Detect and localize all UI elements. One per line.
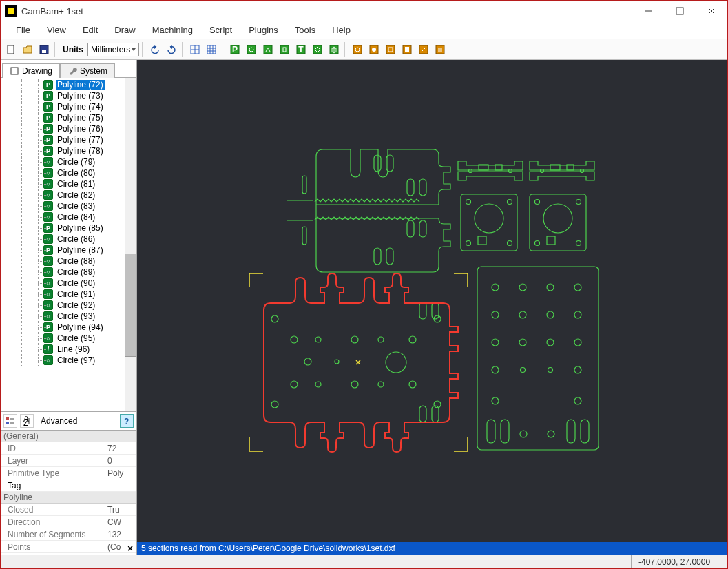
tree-item[interactable]: PPolyline (94) xyxy=(1,322,136,333)
tree-item[interactable]: ○Circle (90) xyxy=(1,278,136,289)
svg-point-74 xyxy=(543,204,572,233)
close-button[interactable] xyxy=(696,1,727,21)
prop-row[interactable]: DirectionCW xyxy=(1,516,136,528)
prop-row[interactable]: Tag xyxy=(1,479,136,492)
prop-row[interactable]: Layer0 xyxy=(1,455,136,467)
svg-rect-20 xyxy=(280,45,289,54)
prop-help-button[interactable]: ? xyxy=(120,414,134,428)
object-tree[interactable]: PPolyline (72)PPolyline (73)PPolyline (7… xyxy=(1,78,136,411)
tool-spiral-button[interactable] xyxy=(350,42,365,57)
svg-rect-56 xyxy=(302,227,306,245)
tree-item[interactable]: ○Circle (83) xyxy=(1,200,136,211)
svg-rect-10 xyxy=(207,45,216,54)
tree-item[interactable]: PPolyline (73) xyxy=(1,90,136,101)
maximize-button[interactable] xyxy=(664,1,696,21)
drawing-canvas[interactable] xyxy=(137,60,727,542)
mop-text-button[interactable]: T xyxy=(293,42,309,57)
tab-drawing[interactable]: Drawing xyxy=(2,63,60,78)
titlebar: CamBam+ 1set xyxy=(1,1,727,21)
menu-edit[interactable]: Edit xyxy=(74,25,106,35)
new-button[interactable] xyxy=(3,42,19,57)
menu-machining[interactable]: Machining xyxy=(144,25,201,35)
tree-item[interactable]: ○Circle (86) xyxy=(1,234,136,245)
tool-file-button[interactable] xyxy=(399,42,415,57)
tree-item[interactable]: PPolyline (85) xyxy=(1,223,136,234)
grid-minor-button[interactable] xyxy=(204,42,219,57)
tree-item[interactable]: ○Circle (88) xyxy=(1,256,136,267)
tree-item[interactable]: ○Circle (92) xyxy=(1,300,136,311)
grid-major-button[interactable] xyxy=(187,42,202,57)
save-button[interactable] xyxy=(37,42,52,57)
mop-profile-button[interactable]: P xyxy=(227,42,242,57)
tree-item[interactable]: ○Circle (93) xyxy=(1,311,136,322)
mop-drill-button[interactable] xyxy=(277,42,292,57)
menu-file[interactable]: File xyxy=(8,25,39,35)
menu-script[interactable]: Script xyxy=(201,25,240,35)
prop-value[interactable]: 0 xyxy=(107,456,136,466)
tool-circle-button[interactable] xyxy=(366,42,382,57)
status-close-icon[interactable]: × xyxy=(127,543,133,554)
prop-row[interactable]: ClosedTru xyxy=(1,504,136,516)
prop-row[interactable]: Primitive TypePoly xyxy=(1,467,136,479)
prop-value[interactable]: 132 xyxy=(107,530,136,539)
prop-value[interactable]: 72 xyxy=(107,444,136,453)
tree-item[interactable]: ○Circle (95) xyxy=(1,333,136,344)
mop-cube-button[interactable] xyxy=(326,42,342,57)
tree-item[interactable]: PPolyline (77) xyxy=(1,134,136,145)
prop-value[interactable]: Tru xyxy=(107,505,136,515)
menu-help[interactable]: Help xyxy=(324,25,359,35)
menu-tools[interactable]: Tools xyxy=(287,25,324,35)
tree-scrollbar[interactable] xyxy=(125,78,136,411)
tree-item[interactable]: PPolyline (87) xyxy=(1,245,136,256)
prop-value[interactable]: CW xyxy=(107,517,136,527)
menu-view[interactable]: View xyxy=(39,25,74,35)
tree-scroll-thumb[interactable] xyxy=(125,254,136,357)
open-button[interactable] xyxy=(20,42,35,57)
svg-rect-73 xyxy=(530,194,586,251)
mop-engrave-button[interactable] xyxy=(260,42,275,57)
prop-advanced-button[interactable]: Advanced xyxy=(37,414,81,428)
mop-pocket-button[interactable] xyxy=(244,42,259,57)
svg-rect-125 xyxy=(432,406,439,422)
undo-button[interactable] xyxy=(147,42,163,57)
tree-item[interactable]: PPolyline (72) xyxy=(1,79,136,90)
tree-item[interactable]: ○Circle (84) xyxy=(1,211,136,223)
tree-item[interactable]: ○Circle (80) xyxy=(1,167,136,178)
tool-list-button[interactable] xyxy=(433,42,448,57)
tree-item[interactable]: /Line (96) xyxy=(1,344,136,355)
tree-item[interactable]: ○Circle (91) xyxy=(1,289,136,300)
menu-plugins[interactable]: Plugins xyxy=(240,25,287,35)
svg-text:Z: Z xyxy=(23,418,28,426)
svg-point-113 xyxy=(409,381,416,388)
tree-item[interactable]: ○Circle (82) xyxy=(1,189,136,200)
prop-key: Direction xyxy=(1,517,107,527)
property-grid[interactable]: (General)ID72Layer0Primitive TypePolyTag… xyxy=(1,431,136,555)
tree-item[interactable]: PPolyline (76) xyxy=(1,123,136,134)
prop-group-header[interactable]: (General) xyxy=(1,431,136,442)
tree-item[interactable]: PPolyline (78) xyxy=(1,145,136,156)
prop-categorized-button[interactable] xyxy=(3,414,17,428)
tree-item[interactable]: ○Circle (89) xyxy=(1,267,136,278)
tab-system[interactable]: System xyxy=(60,63,115,78)
svg-text:P: P xyxy=(232,45,238,54)
minimize-button[interactable] xyxy=(632,1,664,21)
tree-item[interactable]: PPolyline (74) xyxy=(1,101,136,112)
prop-group-header[interactable]: Polyline xyxy=(1,492,136,504)
menu-draw[interactable]: Draw xyxy=(106,25,143,35)
prop-row[interactable]: Number of Segments132 xyxy=(1,528,136,541)
prop-row[interactable]: Points(Co xyxy=(1,541,136,553)
tree-item-label: Circle (92) xyxy=(56,300,96,310)
prop-value[interactable]: Poly xyxy=(107,468,136,478)
units-dropdown[interactable]: Millimeters xyxy=(87,43,139,56)
tool-square-button[interactable] xyxy=(383,42,398,57)
tree-item[interactable]: ○Circle (97) xyxy=(1,355,136,366)
svg-point-103 xyxy=(520,431,527,437)
tree-item[interactable]: ○Circle (79) xyxy=(1,156,136,167)
tree-item[interactable]: ○Circle (81) xyxy=(1,178,136,189)
mop-3d-button[interactable] xyxy=(310,42,325,57)
redo-button[interactable] xyxy=(164,42,179,57)
tree-item[interactable]: PPolyline (75) xyxy=(1,112,136,123)
prop-alpha-button[interactable]: AZ xyxy=(20,414,34,428)
tool-nc-button[interactable] xyxy=(416,42,431,57)
prop-row[interactable]: ID72 xyxy=(1,442,136,455)
